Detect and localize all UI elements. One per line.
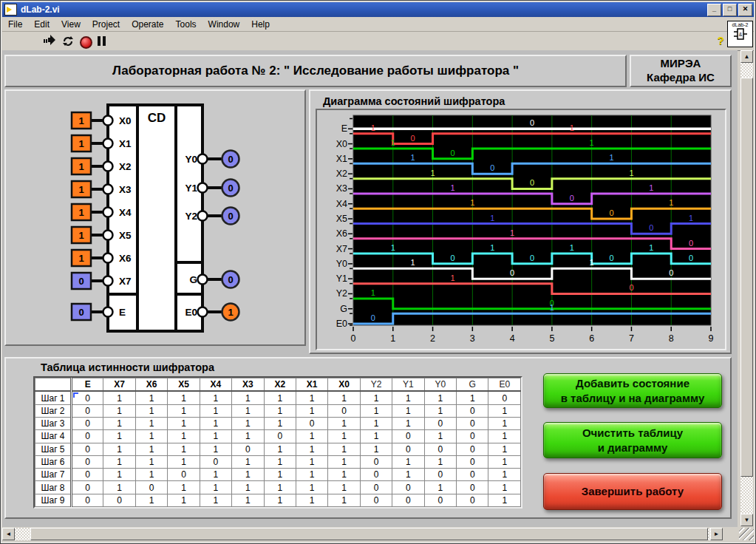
table-cell[interactable]: 1	[296, 481, 327, 494]
menu-item-tools[interactable]: Tools	[170, 18, 202, 30]
close-button[interactable]: ✕	[738, 4, 752, 16]
horizontal-scroll-thumb[interactable]	[30, 528, 708, 540]
table-cell[interactable]: 1	[392, 404, 424, 417]
menu-item-project[interactable]: Project	[86, 18, 126, 30]
table-cell[interactable]: 0	[457, 418, 488, 430]
table-cell[interactable]: 1	[488, 481, 521, 494]
table-cell[interactable]: 0	[72, 443, 103, 455]
table-cell[interactable]: 0	[72, 481, 103, 494]
menu-item-view[interactable]: View	[55, 18, 86, 30]
vi-icon[interactable]: dLab-2 &	[727, 21, 753, 47]
table-cell[interactable]: 0	[392, 481, 424, 494]
clear-button[interactable]: Очистить таблицуи диаграмму	[543, 422, 722, 458]
scroll-down-icon[interactable]: ▼	[740, 514, 753, 526]
table-cell[interactable]: 1	[200, 469, 231, 481]
table-cell[interactable]: 1	[264, 469, 296, 481]
table-cell[interactable]: 1	[296, 404, 327, 417]
table-cell[interactable]: 1	[360, 443, 392, 455]
table-cell[interactable]: 0	[328, 404, 360, 417]
scroll-right-icon[interactable]: ►	[710, 528, 723, 540]
table-cell[interactable]: 1	[360, 430, 392, 443]
table-cell[interactable]: 1	[232, 481, 264, 494]
pause-icon[interactable]	[98, 36, 111, 49]
table-cell[interactable]: 1	[135, 418, 167, 430]
table-cell[interactable]: 1	[296, 494, 327, 506]
table-cell[interactable]: 1	[103, 481, 135, 494]
table-cell[interactable]: 1	[232, 418, 264, 430]
table-cell[interactable]: 0	[457, 430, 488, 443]
table-cell[interactable]: 1	[264, 481, 296, 494]
table-cell[interactable]: 0	[424, 418, 456, 430]
table-cell[interactable]: 0	[232, 443, 264, 455]
table-cell[interactable]: 1	[168, 418, 200, 430]
table-cell[interactable]: 0	[457, 443, 488, 455]
table-cell[interactable]: 1	[392, 391, 424, 404]
table-cell[interactable]: 1	[488, 443, 521, 455]
finish-button[interactable]: Завершить работу	[543, 473, 722, 510]
table-cell[interactable]: 0	[424, 494, 456, 506]
table-cell[interactable]: 1	[328, 481, 360, 494]
table-cell[interactable]: 1	[232, 455, 264, 468]
table-cell[interactable]: 0	[392, 443, 424, 455]
table-cell[interactable]: 0	[72, 404, 103, 417]
table-cell[interactable]: 0	[457, 481, 488, 494]
table-cell[interactable]: 1	[424, 430, 456, 443]
table-cell[interactable]: 1	[200, 418, 231, 430]
table-cell[interactable]: 1	[135, 443, 167, 455]
table-cell[interactable]: 1	[296, 430, 327, 443]
table-cell[interactable]: 1	[392, 418, 424, 430]
table-cell[interactable]: 1	[232, 391, 264, 404]
table-cell[interactable]: 1	[135, 494, 167, 506]
table-cell[interactable]: 0	[392, 430, 424, 443]
table-cell[interactable]: 1	[200, 391, 231, 404]
table-cell[interactable]: 1	[168, 494, 200, 506]
table-cell[interactable]: 1	[296, 391, 327, 404]
menu-item-window[interactable]: Window	[202, 18, 246, 30]
table-cell[interactable]: 1	[103, 443, 135, 455]
table-cell[interactable]: 1	[200, 430, 231, 443]
table-cell[interactable]: 1	[296, 455, 327, 468]
table-cell[interactable]: 0	[264, 430, 296, 443]
vertical-scroll-thumb[interactable]	[740, 78, 753, 477]
table-cell[interactable]: 1	[168, 430, 200, 443]
minimize-button[interactable]: _	[707, 4, 721, 16]
table-cell[interactable]: 0	[360, 481, 392, 494]
table-cell[interactable]: 1	[488, 494, 521, 506]
table-cell[interactable]: 1	[232, 430, 264, 443]
table-cell[interactable]: 0	[103, 494, 135, 506]
table-cell[interactable]: 1	[488, 430, 521, 443]
table-cell[interactable]: 1	[232, 469, 264, 481]
help-icon[interactable]: ?	[718, 34, 724, 47]
table-cell[interactable]: 1	[103, 469, 135, 481]
table-cell[interactable]: 0	[392, 494, 424, 506]
table-cell[interactable]: 1	[232, 494, 264, 506]
table-cell[interactable]: 1	[135, 455, 167, 468]
table-cell[interactable]: 1	[328, 455, 360, 468]
table-cell[interactable]: 0	[135, 481, 167, 494]
table-cell[interactable]: 1	[424, 404, 456, 417]
table-cell[interactable]: 1	[424, 455, 456, 468]
menu-item-help[interactable]: Help	[245, 18, 276, 30]
table-cell[interactable]: 1	[200, 404, 231, 417]
table-cell[interactable]: 1	[360, 404, 392, 417]
table-cell[interactable]: 1	[328, 430, 360, 443]
table-cell[interactable]: 0	[457, 494, 488, 506]
table-cell[interactable]: 1	[392, 455, 424, 468]
table-cell[interactable]: 1	[168, 443, 200, 455]
table-cell[interactable]: 0	[457, 404, 488, 417]
menu-item-file[interactable]: File	[2, 18, 28, 30]
table-cell[interactable]: 0	[72, 418, 103, 430]
table-cell[interactable]: 1	[457, 391, 488, 404]
run-continuous-icon[interactable]	[61, 35, 75, 47]
resize-grip[interactable]	[739, 528, 754, 540]
table-cell[interactable]: 1	[135, 391, 167, 404]
table-cell[interactable]: 1	[200, 481, 231, 494]
table-cell[interactable]: 0	[360, 455, 392, 468]
table-cell[interactable]: 0	[296, 418, 327, 430]
table-cell[interactable]: 1	[200, 494, 231, 506]
table-cell[interactable]: 1	[264, 455, 296, 468]
table-cell[interactable]: 1	[168, 391, 200, 404]
table-cell[interactable]: 1	[296, 469, 327, 481]
table-cell[interactable]: 1	[264, 418, 296, 430]
table-cell[interactable]: 0	[72, 455, 103, 468]
